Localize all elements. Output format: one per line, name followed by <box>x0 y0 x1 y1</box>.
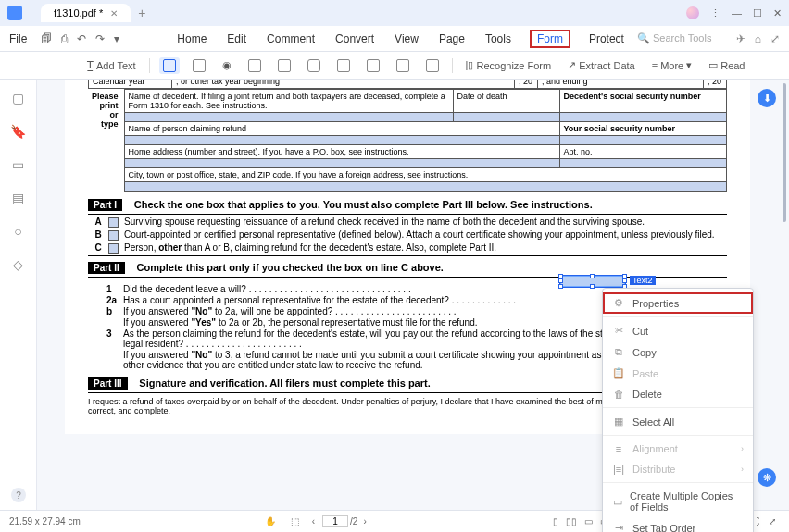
page-dimensions: 21.59 x 27.94 cm <box>9 516 81 526</box>
view-facing-icon[interactable]: ▭ <box>584 516 593 526</box>
more-button[interactable]: ≡ More ▾ <box>648 57 695 73</box>
new-tab-button[interactable]: + <box>138 6 145 20</box>
next-page-icon[interactable]: › <box>363 516 366 526</box>
menu-distribute: |≡|Distribute› <box>603 459 753 479</box>
gear-icon: ⚙ <box>612 297 625 309</box>
menu-properties[interactable]: ⚙Properties <box>603 292 753 314</box>
list-tool[interactable] <box>274 57 294 74</box>
checkbox-tool[interactable] <box>189 57 209 74</box>
tab-protect[interactable]: Protect <box>587 30 626 48</box>
part2-header: Part II <box>88 262 125 274</box>
minimize-icon[interactable]: — <box>732 7 742 19</box>
sig-tool[interactable] <box>363 57 383 74</box>
maximize-icon[interactable]: ☐ <box>753 7 762 19</box>
select-tool-icon[interactable]: ⬚ <box>291 516 299 526</box>
fullscreen-icon[interactable]: ⤢ <box>769 516 776 526</box>
read-button[interactable]: ▭ Read <box>705 57 748 73</box>
scissors-icon: ✂ <box>612 325 625 337</box>
bookmarks-icon[interactable]: 🔖 <box>10 124 26 139</box>
avatar-icon[interactable] <box>686 6 699 19</box>
print-icon[interactable]: ⎙ <box>61 32 68 45</box>
menu-alignment: ≡Alignment› <box>603 439 753 459</box>
image-tool[interactable] <box>333 57 354 74</box>
layers-icon[interactable]: ◇ <box>13 257 23 272</box>
recognize-form-button[interactable]: |▯ Recognize Form <box>462 57 556 73</box>
checkbox-a[interactable] <box>108 217 119 228</box>
redo-icon[interactable]: ↷ <box>95 32 105 45</box>
page-input[interactable] <box>322 515 348 527</box>
view-cont-icon[interactable]: ▯▯ <box>566 516 577 526</box>
tab-home[interactable]: Home <box>175 30 208 48</box>
expand-icon[interactable]: ⤢ <box>770 32 780 45</box>
part3-header: Part III <box>88 377 128 390</box>
align-icon: ≡ <box>612 443 625 454</box>
distribute-icon: |≡| <box>612 464 625 475</box>
scrollbar[interactable] <box>783 83 786 222</box>
form-field-text2[interactable] <box>560 276 625 287</box>
checkbox-c[interactable] <box>108 243 119 254</box>
app-icon <box>7 6 22 20</box>
prev-page-icon[interactable]: ‹ <box>312 516 315 526</box>
tab-comment[interactable]: Comment <box>265 30 317 48</box>
paste-icon: 📋 <box>612 367 625 379</box>
menu-create-copies[interactable]: ▭Create Multiple Copies of Fields <box>603 486 753 517</box>
chevron-right-icon: › <box>741 464 744 474</box>
menu-copy[interactable]: ⧉Copy <box>603 341 753 363</box>
help-button[interactable]: ? <box>11 488 26 502</box>
titlebar: f1310.pdf * ✕ + ⋮ — ☐ ✕ <box>0 0 789 26</box>
tab-order-icon: ⇥ <box>612 522 625 532</box>
undo-icon[interactable]: ↶ <box>77 32 86 45</box>
close-window-icon[interactable]: ✕ <box>773 7 782 19</box>
date-tool[interactable] <box>393 57 413 74</box>
add-text-button[interactable]: T̲ Add Text <box>83 57 140 73</box>
copies-icon: ▭ <box>612 496 622 508</box>
hand-tool-icon[interactable]: ✋ <box>265 516 276 526</box>
chevron-right-icon: › <box>741 444 744 453</box>
comments-icon[interactable]: ▭ <box>12 157 24 172</box>
home-icon[interactable]: ⌂ <box>755 32 761 45</box>
field-label: Text2 <box>630 276 656 285</box>
dropdown-icon[interactable]: ▾ <box>114 32 119 45</box>
tab-form[interactable]: Form <box>530 30 570 48</box>
document-tab[interactable]: f1310.pdf * ✕ <box>41 4 131 22</box>
file-menu[interactable]: File <box>9 32 27 45</box>
search-tools[interactable]: 🔍 Search Tools <box>637 32 711 44</box>
radio-tool[interactable]: ◉ <box>219 57 235 73</box>
tab-tools[interactable]: Tools <box>483 30 513 48</box>
form-toolbar: T̲ Add Text ◉ |▯ Recognize Form ↗ Extrac… <box>0 52 789 80</box>
context-menu: ⚙Properties ✂Cut ⧉Copy 📋Paste 🗑Delete ▦S… <box>602 288 754 532</box>
tab-view[interactable]: View <box>393 30 420 48</box>
select-all-icon: ▦ <box>612 415 625 427</box>
tab-title: f1310.pdf * <box>54 7 103 19</box>
checkbox-b[interactable] <box>108 230 119 241</box>
view-single-icon[interactable]: ▯ <box>553 516 558 526</box>
kebab-icon[interactable]: ⋮ <box>710 7 720 19</box>
menu-cut[interactable]: ✂Cut <box>603 320 753 341</box>
menu-tab-order[interactable]: ⇥Set Tab Order <box>603 517 753 532</box>
combo-tool[interactable] <box>244 57 265 74</box>
menu-delete[interactable]: 🗑Delete <box>603 384 753 404</box>
barcode-tool[interactable] <box>422 57 443 74</box>
text-field-tool[interactable] <box>159 57 180 74</box>
tab-convert[interactable]: Convert <box>333 30 376 48</box>
extract-data-button[interactable]: ↗ Extract Data <box>564 57 639 73</box>
close-icon[interactable]: ✕ <box>110 8 118 19</box>
copy-icon: ⧉ <box>612 346 625 358</box>
search-icon[interactable]: ○ <box>14 224 21 239</box>
tab-edit[interactable]: Edit <box>225 30 248 48</box>
part1-header: Part I <box>88 199 122 211</box>
download-button[interactable]: ⬇ <box>758 89 776 107</box>
main-tabs: Home Edit Comment Convert View Page Tool… <box>175 30 626 48</box>
menubar: File 🗐 ⎙ ↶ ↷ ▾ Home Edit Comment Convert… <box>0 26 789 52</box>
tab-page[interactable]: Page <box>437 30 467 48</box>
menu-paste: 📋Paste <box>603 363 753 384</box>
menu-select-all[interactable]: ▦Select All <box>603 411 753 432</box>
button-tool[interactable] <box>304 57 324 74</box>
trash-icon: 🗑 <box>612 389 625 400</box>
attachments-icon[interactable]: ▤ <box>12 191 24 205</box>
thumbnails-icon[interactable]: ▢ <box>12 91 24 105</box>
save-icon[interactable]: 🗐 <box>41 32 52 45</box>
send-icon[interactable]: ✈ <box>736 32 745 45</box>
left-rail: ▢ 🔖 ▭ ▤ ○ ◇ <box>0 80 37 510</box>
assistant-button[interactable]: ❋ <box>758 468 776 487</box>
